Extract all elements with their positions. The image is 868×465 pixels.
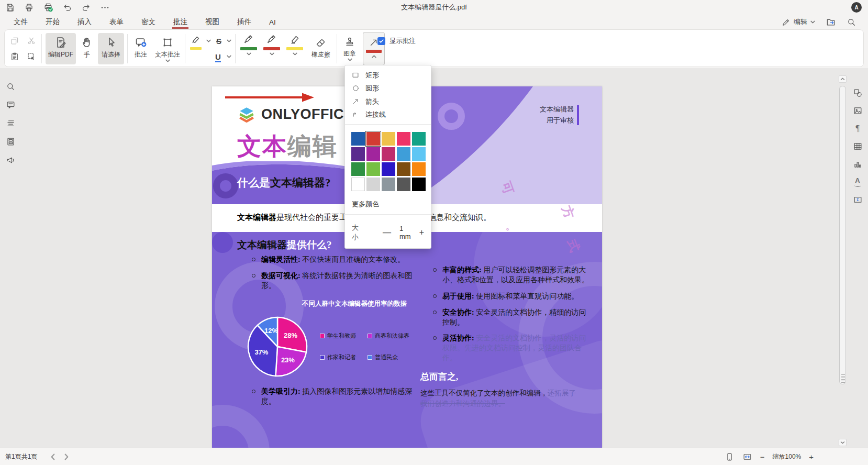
tab-plugins[interactable]: 插件 bbox=[236, 15, 252, 29]
menu-item-rectangle[interactable]: 矩形 bbox=[345, 69, 431, 82]
highlight-tool-button[interactable] bbox=[188, 34, 204, 53]
tab-ai[interactable]: AI bbox=[268, 16, 277, 28]
textbox-settings-icon[interactable] bbox=[851, 194, 864, 205]
table-settings-icon[interactable] bbox=[851, 140, 864, 152]
chevron-down-icon[interactable] bbox=[227, 55, 231, 58]
image-settings-icon[interactable] bbox=[851, 105, 864, 116]
headings-panel-icon[interactable] bbox=[4, 117, 17, 129]
tab-redact[interactable]: 密文 bbox=[140, 15, 157, 29]
next-page-icon[interactable] bbox=[64, 453, 69, 460]
search-panel-icon[interactable] bbox=[4, 81, 17, 92]
add-comment-button[interactable]: 批注 bbox=[130, 33, 151, 64]
menu-item-arrow[interactable]: 箭头 bbox=[345, 95, 431, 108]
save-icon[interactable] bbox=[5, 3, 15, 13]
hand-tool-button[interactable]: 手 bbox=[78, 33, 96, 64]
color-swatch[interactable] bbox=[351, 178, 365, 191]
tab-comment[interactable]: 批注 bbox=[172, 15, 188, 29]
chart-settings-icon[interactable] bbox=[851, 158, 864, 170]
comments-panel-icon[interactable] bbox=[4, 99, 17, 110]
thumbnails-panel-icon[interactable] bbox=[4, 136, 17, 147]
tab-insert[interactable]: 插入 bbox=[76, 15, 93, 29]
size-increase-button[interactable]: + bbox=[419, 228, 424, 237]
search-icon[interactable] bbox=[847, 17, 856, 27]
color-swatch[interactable] bbox=[351, 162, 365, 176]
tab-home[interactable]: 开始 bbox=[44, 15, 61, 29]
svg-text:37%: 37% bbox=[254, 348, 268, 356]
red-arrow-annotation[interactable] bbox=[224, 92, 316, 103]
open-location-icon[interactable] bbox=[826, 17, 836, 27]
quick-print-icon[interactable] bbox=[43, 2, 53, 13]
color-swatch[interactable] bbox=[366, 132, 380, 146]
edit-mode-dropdown[interactable]: 编辑 bbox=[782, 17, 815, 27]
print-icon[interactable] bbox=[24, 3, 34, 13]
color-swatch[interactable] bbox=[412, 147, 426, 161]
size-decrease-button[interactable]: — bbox=[383, 228, 391, 237]
color-swatch[interactable] bbox=[397, 132, 410, 146]
shape-settings-icon[interactable] bbox=[851, 87, 864, 98]
pencil-icon bbox=[782, 18, 791, 27]
redo-icon[interactable] bbox=[81, 3, 91, 13]
size-value: 1 mm bbox=[399, 225, 411, 240]
paste-icon[interactable] bbox=[10, 52, 19, 61]
stamp-button[interactable]: 图章 bbox=[340, 33, 360, 65]
edit-pdf-button[interactable]: 编辑PDF bbox=[46, 33, 76, 64]
previous-page-icon[interactable] bbox=[51, 453, 55, 460]
scroll-up-button[interactable] bbox=[839, 75, 847, 83]
zoom-out-button[interactable]: − bbox=[760, 453, 765, 461]
color-swatch[interactable] bbox=[351, 132, 365, 146]
color-swatch[interactable] bbox=[351, 147, 365, 161]
color-swatch[interactable] bbox=[382, 147, 395, 161]
color-swatch[interactable] bbox=[397, 147, 410, 161]
chevron-down-icon[interactable] bbox=[270, 52, 274, 56]
text-comment-button[interactable]: 文本批注 bbox=[153, 33, 182, 64]
chevron-down-icon[interactable] bbox=[206, 39, 211, 42]
pen-red-button[interactable] bbox=[261, 33, 282, 65]
color-swatch[interactable] bbox=[412, 162, 426, 176]
tab-view[interactable]: 视图 bbox=[204, 15, 220, 29]
color-swatch[interactable] bbox=[366, 147, 380, 161]
underline-tool[interactable]: U bbox=[215, 53, 221, 62]
copy-icon[interactable] bbox=[10, 36, 19, 46]
show-comments-checkbox[interactable]: 显示批注 bbox=[377, 37, 416, 46]
tab-file[interactable]: 文件 bbox=[13, 15, 29, 29]
color-swatch[interactable] bbox=[382, 178, 395, 191]
color-swatch[interactable] bbox=[366, 162, 380, 176]
select-tool-button[interactable]: 请选择 bbox=[98, 33, 124, 64]
strikeout-tool[interactable]: S bbox=[216, 37, 221, 45]
more-colors-item[interactable]: 更多颜色 bbox=[345, 195, 431, 211]
chevron-down-icon[interactable] bbox=[348, 58, 352, 61]
fit-page-icon[interactable] bbox=[725, 452, 735, 462]
select-area-icon[interactable] bbox=[27, 52, 36, 61]
color-swatch[interactable] bbox=[397, 162, 410, 176]
chevron-down-icon[interactable] bbox=[227, 39, 231, 42]
paragraph-settings-icon[interactable]: ¶ bbox=[851, 123, 864, 134]
marker-yellow-button[interactable] bbox=[284, 33, 305, 65]
menu-item-connector[interactable]: 连接线 bbox=[345, 108, 431, 121]
menu-item-circle[interactable]: 圆形 bbox=[345, 82, 431, 95]
zoom-in-button[interactable]: + bbox=[809, 453, 814, 461]
pen-green-button[interactable] bbox=[238, 33, 259, 65]
tab-forms[interactable]: 表单 bbox=[108, 15, 125, 29]
menu-bar: 文件开始插入表单密文批注视图插件AI 编辑 bbox=[0, 15, 868, 29]
color-swatch[interactable] bbox=[412, 132, 426, 146]
color-swatch[interactable] bbox=[382, 162, 395, 176]
feedback-icon[interactable] bbox=[4, 154, 17, 165]
chevron-up-icon[interactable] bbox=[372, 55, 376, 58]
textart-settings-icon[interactable]: A bbox=[851, 176, 864, 187]
user-avatar[interactable]: A bbox=[851, 2, 862, 13]
more-icon[interactable] bbox=[100, 3, 110, 13]
cut-icon[interactable] bbox=[27, 36, 36, 46]
color-swatch[interactable] bbox=[366, 178, 380, 191]
color-swatch[interactable] bbox=[397, 178, 410, 191]
eraser-button[interactable]: 橡皮擦 bbox=[308, 33, 333, 64]
chevron-down-icon[interactable] bbox=[165, 59, 170, 62]
chevron-down-icon[interactable] bbox=[247, 52, 251, 56]
color-swatch[interactable] bbox=[382, 132, 395, 146]
scrollbar-thumb[interactable] bbox=[839, 86, 846, 384]
undo-icon[interactable] bbox=[62, 3, 72, 13]
scroll-down-button[interactable] bbox=[839, 439, 847, 446]
vertical-scrollbar[interactable] bbox=[839, 75, 847, 447]
fit-width-icon[interactable] bbox=[742, 452, 752, 462]
color-swatch[interactable] bbox=[412, 178, 426, 191]
chevron-down-icon[interactable] bbox=[293, 52, 297, 56]
